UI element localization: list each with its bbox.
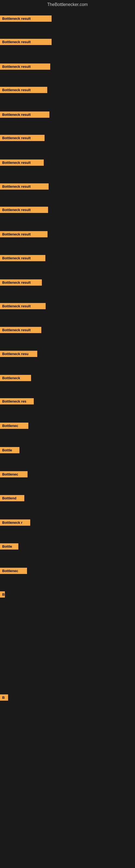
bottleneck-result-item[interactable]: Bottleneck result	[0, 87, 47, 93]
bottleneck-result-item[interactable]: Bottlenec	[0, 471, 28, 477]
bottleneck-result-item[interactable]: Bottleneck result	[0, 279, 42, 286]
bottleneck-result-item[interactable]: Bottleneck r	[0, 520, 30, 526]
bottleneck-result-item[interactable]: Bottleneck result	[0, 16, 52, 22]
bottleneck-result-item[interactable]: Bottle	[0, 543, 18, 550]
bottleneck-result-item[interactable]: Bottleneck result	[0, 135, 45, 141]
bottleneck-result-item[interactable]: Bottleneck resu	[0, 351, 37, 357]
bottleneck-result-item[interactable]: Bottleneck result	[0, 112, 49, 118]
bottleneck-result-item[interactable]: Bottleneck result	[0, 39, 52, 45]
bottleneck-result-item[interactable]: Bottlenec	[0, 423, 28, 429]
bottleneck-result-item[interactable]: Bottleneck	[0, 375, 31, 381]
site-title: TheBottlenecker.com	[0, 0, 135, 8]
bottleneck-result-item[interactable]: Bottleneck result	[0, 303, 46, 309]
bottleneck-result-item[interactable]: Bottleneck result	[0, 327, 41, 333]
bottleneck-result-item[interactable]: B	[0, 694, 8, 701]
bottleneck-result-item[interactable]: Bottleneck result	[0, 183, 49, 190]
bottleneck-result-item[interactable]: Bottlend	[0, 495, 24, 501]
bottleneck-result-item[interactable]: Bottleneck result	[0, 231, 48, 237]
bottleneck-result-item[interactable]: Bottleneck result	[0, 255, 45, 261]
bottleneck-result-item[interactable]: Bottleneck res	[0, 398, 34, 404]
bottleneck-result-item[interactable]: Bottleneck result	[0, 159, 44, 166]
bottleneck-result-item[interactable]: B	[0, 591, 5, 597]
bottleneck-result-item[interactable]: Bottlenec	[0, 568, 27, 574]
bottleneck-result-item[interactable]: Bottleneck result	[0, 207, 48, 213]
bottleneck-result-item[interactable]: Bottle	[0, 447, 19, 453]
bottleneck-result-item[interactable]: Bottleneck result	[0, 63, 50, 70]
